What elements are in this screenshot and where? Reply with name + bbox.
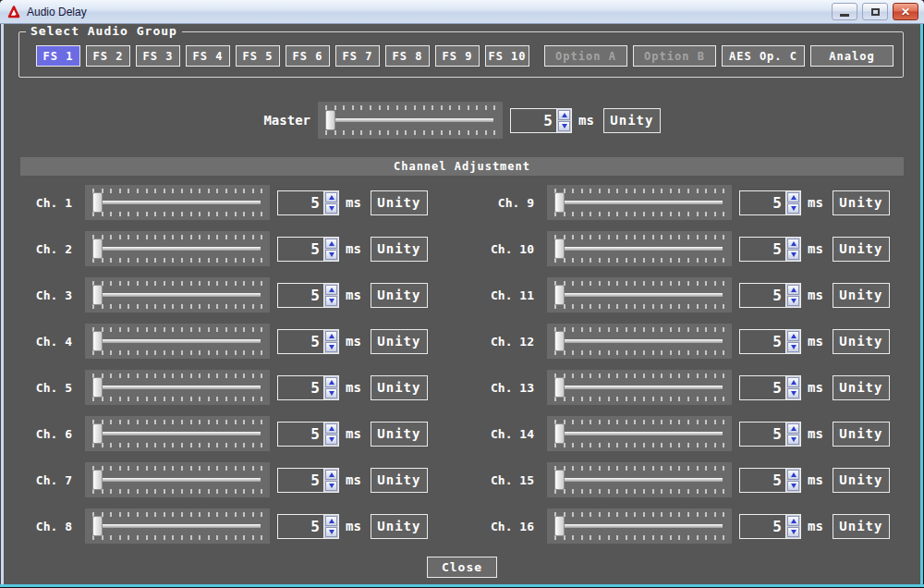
unity-button[interactable]: Unity: [833, 514, 890, 539]
channel-delay-slider[interactable]: [547, 324, 732, 359]
channel-delay-slider[interactable]: [85, 370, 270, 405]
audio-group-button[interactable]: FS 10: [485, 45, 529, 67]
channel-delay-value-input[interactable]: 5: [739, 283, 786, 308]
close-button[interactable]: Close: [427, 557, 497, 578]
spin-down-button[interactable]: [325, 203, 337, 214]
slider-thumb[interactable]: [554, 470, 565, 490]
channel-delay-value-input[interactable]: 5: [277, 422, 324, 447]
channel-delay-slider[interactable]: [85, 277, 270, 312]
audio-group-button[interactable]: FS 4: [186, 45, 230, 67]
unity-button[interactable]: Unity: [371, 329, 428, 354]
unity-button[interactable]: Unity: [833, 283, 890, 308]
spin-down-button[interactable]: [325, 250, 337, 260]
slider-thumb[interactable]: [554, 285, 565, 305]
spin-up-button[interactable]: [787, 285, 799, 295]
slider-thumb[interactable]: [554, 331, 565, 351]
audio-group-button[interactable]: FS 2: [86, 45, 130, 67]
spin-down-button[interactable]: [787, 527, 799, 537]
maximize-button[interactable]: [862, 3, 888, 20]
slider-thumb[interactable]: [554, 239, 565, 259]
slider-thumb[interactable]: [92, 285, 103, 305]
audio-group-button[interactable]: FS 9: [435, 45, 480, 67]
spin-down-button[interactable]: [787, 203, 799, 214]
spin-down-button[interactable]: [787, 296, 799, 306]
spin-down-button[interactable]: [787, 481, 799, 491]
slider-thumb[interactable]: [92, 239, 103, 259]
channel-delay-value-input[interactable]: 5: [739, 237, 786, 262]
channel-delay-slider[interactable]: [85, 185, 270, 220]
spin-up-button[interactable]: [787, 239, 799, 249]
master-unity-button[interactable]: Unity: [603, 108, 661, 133]
slider-thumb[interactable]: [92, 516, 103, 536]
master-delay-slider[interactable]: [318, 102, 503, 139]
slider-thumb[interactable]: [92, 331, 103, 351]
spin-up-button[interactable]: [325, 470, 337, 480]
channel-delay-slider[interactable]: [547, 462, 732, 497]
unity-button[interactable]: Unity: [833, 422, 890, 447]
master-delay-value-input[interactable]: 5: [510, 108, 557, 133]
channel-delay-slider[interactable]: [547, 277, 732, 312]
unity-button[interactable]: Unity: [371, 514, 428, 539]
channel-delay-value-input[interactable]: 5: [739, 190, 786, 215]
spin-down-button[interactable]: [325, 435, 337, 445]
channel-delay-slider[interactable]: [547, 416, 732, 451]
slider-thumb[interactable]: [554, 192, 565, 213]
spin-up-button[interactable]: [325, 239, 337, 249]
channel-delay-value-input[interactable]: 5: [739, 514, 786, 539]
channel-delay-value-input[interactable]: 5: [277, 237, 324, 262]
slider-track[interactable]: [556, 201, 723, 204]
channel-delay-slider[interactable]: [547, 508, 732, 544]
unity-button[interactable]: Unity: [833, 329, 890, 354]
spin-up-button[interactable]: [787, 423, 799, 434]
spin-down-button[interactable]: [325, 388, 337, 398]
channel-delay-value-input[interactable]: 5: [277, 329, 324, 354]
slider-thumb[interactable]: [325, 110, 335, 130]
audio-group-button[interactable]: FS 1: [36, 45, 80, 67]
spin-up-button[interactable]: [787, 192, 799, 202]
channel-delay-slider[interactable]: [547, 370, 732, 405]
minimize-button[interactable]: [832, 3, 857, 20]
titlebar[interactable]: Audio Delay ✕: [0, 0, 924, 24]
spin-down-button[interactable]: [787, 342, 799, 352]
spin-down-button[interactable]: [787, 250, 799, 260]
spin-up-button[interactable]: [325, 285, 337, 295]
audio-group-button[interactable]: Analog: [810, 45, 894, 67]
audio-group-button[interactable]: FS 6: [286, 45, 330, 67]
audio-group-button[interactable]: Option A: [544, 45, 627, 67]
channel-delay-value-input[interactable]: 5: [277, 190, 324, 215]
unity-button[interactable]: Unity: [371, 237, 428, 262]
spin-up-button[interactable]: [787, 377, 799, 387]
slider-track[interactable]: [94, 247, 261, 251]
slider-thumb[interactable]: [92, 470, 103, 490]
slider-thumb[interactable]: [92, 377, 103, 398]
spin-up-button[interactable]: [787, 331, 799, 341]
slider-track[interactable]: [556, 247, 723, 251]
audio-group-button[interactable]: FS 5: [236, 45, 280, 67]
unity-button[interactable]: Unity: [371, 190, 428, 215]
slider-track[interactable]: [556, 293, 723, 297]
spin-down-button[interactable]: [325, 342, 337, 352]
channel-delay-slider[interactable]: [85, 462, 270, 497]
audio-group-button[interactable]: FS 7: [335, 45, 380, 67]
slider-thumb[interactable]: [92, 423, 103, 444]
channel-delay-slider[interactable]: [85, 324, 270, 359]
slider-track[interactable]: [556, 339, 723, 343]
spin-up-button[interactable]: [325, 377, 337, 387]
channel-delay-slider[interactable]: [85, 508, 270, 544]
unity-button[interactable]: Unity: [833, 237, 890, 262]
channel-delay-value-input[interactable]: 5: [277, 514, 324, 539]
slider-track[interactable]: [94, 339, 261, 343]
spin-down-button[interactable]: [558, 121, 570, 131]
channel-delay-value-input[interactable]: 5: [739, 422, 786, 447]
spin-up-button[interactable]: [558, 110, 570, 120]
slider-track[interactable]: [94, 293, 261, 297]
slider-thumb[interactable]: [554, 516, 565, 536]
slider-track[interactable]: [327, 118, 493, 122]
audio-group-button[interactable]: AES Op. C: [722, 45, 805, 67]
spin-up-button[interactable]: [325, 331, 337, 341]
spin-down-button[interactable]: [325, 296, 337, 306]
channel-delay-value-input[interactable]: 5: [277, 283, 324, 308]
slider-track[interactable]: [94, 524, 261, 528]
spin-down-button[interactable]: [325, 527, 337, 537]
slider-track[interactable]: [94, 201, 261, 204]
